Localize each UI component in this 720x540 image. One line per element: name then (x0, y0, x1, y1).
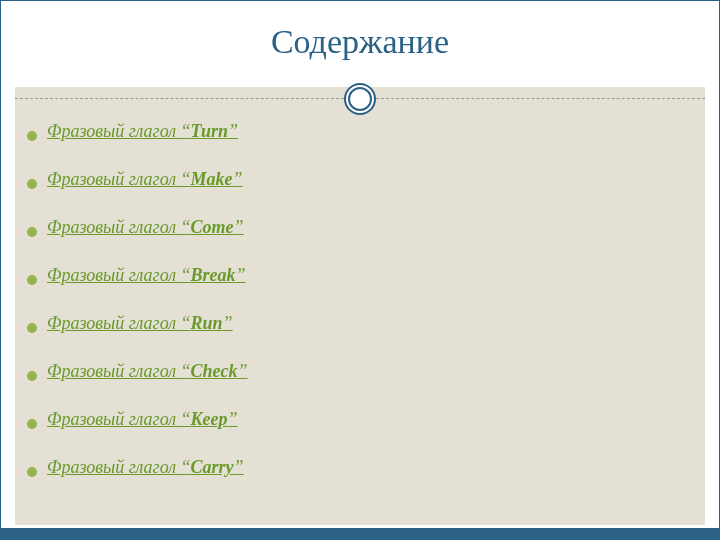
link-verb: Make (191, 169, 233, 189)
slide: Содержание Фразовый глагол “Turn” Фразов… (0, 0, 720, 540)
toc-link-keep[interactable]: Фразовый глагол “Keep” (47, 409, 238, 430)
link-prefix: Фразовый глагол “ (47, 313, 191, 333)
link-prefix: Фразовый глагол “ (47, 457, 191, 477)
list-item: Фразовый глагол “Come” (27, 217, 693, 238)
bullet-icon (27, 179, 37, 189)
list-item: Фразовый глагол “Turn” (27, 121, 693, 142)
list-item: Фразовый глагол “Run” (27, 313, 693, 334)
list-item: Фразовый глагол “Make” (27, 169, 693, 190)
bottom-accent-bar (1, 528, 719, 539)
toc-list: Фразовый глагол “Turn” Фразовый глагол “… (27, 121, 693, 505)
link-prefix: Фразовый глагол “ (47, 265, 191, 285)
toc-link-break[interactable]: Фразовый глагол “Break” (47, 265, 246, 286)
divider-circle-icon (344, 83, 376, 115)
link-suffix: ” (223, 313, 233, 333)
bullet-icon (27, 467, 37, 477)
link-suffix: ” (233, 169, 243, 189)
link-suffix: ” (234, 217, 244, 237)
list-item: Фразовый глагол “Break” (27, 265, 693, 286)
link-verb: Turn (191, 121, 228, 141)
link-suffix: ” (238, 361, 248, 381)
toc-link-make[interactable]: Фразовый глагол “Make” (47, 169, 243, 190)
bullet-icon (27, 275, 37, 285)
link-prefix: Фразовый глагол “ (47, 169, 191, 189)
link-verb: Keep (191, 409, 228, 429)
link-prefix: Фразовый глагол “ (47, 217, 191, 237)
bullet-icon (27, 227, 37, 237)
link-verb: Check (191, 361, 238, 381)
toc-link-come[interactable]: Фразовый глагол “Come” (47, 217, 244, 238)
bullet-icon (27, 323, 37, 333)
bullet-icon (27, 131, 37, 141)
list-item: Фразовый глагол “Carry” (27, 457, 693, 478)
toc-link-carry[interactable]: Фразовый глагол “Carry” (47, 457, 244, 478)
toc-link-run[interactable]: Фразовый глагол “Run” (47, 313, 233, 334)
toc-link-turn[interactable]: Фразовый глагол “Turn” (47, 121, 238, 142)
link-suffix: ” (228, 121, 238, 141)
list-item: Фразовый глагол “Keep” (27, 409, 693, 430)
link-verb: Break (191, 265, 236, 285)
bullet-icon (27, 371, 37, 381)
link-prefix: Фразовый глагол “ (47, 361, 191, 381)
toc-link-check[interactable]: Фразовый глагол “Check” (47, 361, 248, 382)
link-prefix: Фразовый глагол “ (47, 409, 191, 429)
link-verb: Carry (191, 457, 234, 477)
link-suffix: ” (234, 457, 244, 477)
link-verb: Come (191, 217, 234, 237)
link-suffix: ” (236, 265, 246, 285)
page-title: Содержание (1, 23, 719, 61)
list-item: Фразовый глагол “Check” (27, 361, 693, 382)
link-prefix: Фразовый глагол “ (47, 121, 191, 141)
link-suffix: ” (228, 409, 238, 429)
bullet-icon (27, 419, 37, 429)
link-verb: Run (191, 313, 223, 333)
